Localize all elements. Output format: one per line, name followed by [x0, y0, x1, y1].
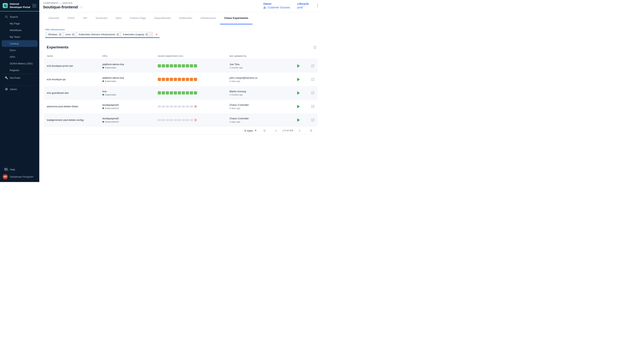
run-indicator[interactable] [162, 91, 165, 94]
remove-chip-icon[interactable]: × [145, 33, 148, 36]
tab-scorecard[interactable]: Scorecard [91, 12, 112, 24]
filter-chips-field[interactable]: Windows × Linux × Kubernetes (Harness In… [45, 32, 160, 38]
run-indicator[interactable] [182, 119, 185, 121]
remove-chip-icon[interactable]: × [72, 33, 75, 36]
sidebar-item-apis[interactable]: APIs [0, 54, 39, 60]
tab-kubernetes[interactable]: Kubernetes [175, 12, 196, 24]
harness-idp-logo[interactable] [3, 3, 8, 8]
run-indicator[interactable] [170, 91, 173, 94]
tab-api[interactable]: API [79, 12, 91, 24]
sidebar-item-dora-metrics[interactable]: DORA Metrics (SEI) [0, 60, 39, 67]
run-indicator[interactable] [194, 91, 197, 94]
run-indicator[interactable] [182, 91, 185, 94]
run-indicator[interactable] [186, 91, 189, 94]
open-in-new-icon[interactable] [311, 105, 314, 108]
run-indicator[interactable] [162, 64, 165, 68]
table-row[interactable]: e2e-boutique-prod-cart platform-demo-hce… [44, 59, 317, 72]
table-row[interactable]: e2e-guestbook-dev hce Kubernetes Martin … [44, 86, 317, 100]
open-in-new-icon[interactable] [311, 64, 314, 68]
apps-grid-icon[interactable] [33, 4, 36, 8]
next-page-icon[interactable] [298, 129, 301, 132]
run-indicator[interactable] [174, 106, 177, 108]
run-indicator[interactable] [186, 119, 189, 121]
run-indicator[interactable] [162, 119, 165, 121]
run-indicator[interactable] [190, 78, 193, 81]
run-indicator[interactable] [174, 78, 177, 81]
run-indicator[interactable] [158, 78, 161, 81]
run-indicator[interactable] [166, 78, 169, 81]
run-indicator[interactable] [178, 78, 181, 81]
run-indicator[interactable] [166, 106, 169, 108]
tab-chaos-experiments[interactable]: Chaos Experiments [220, 12, 252, 24]
run-indicator[interactable] [178, 106, 181, 108]
run-indicator[interactable] [190, 106, 193, 108]
open-in-new-icon[interactable] [311, 91, 314, 95]
run-indicator[interactable] [178, 91, 181, 94]
sidebar-item-devtools[interactable]: DevTools [0, 74, 39, 81]
sidebar-item-catalog[interactable]: Catalog [2, 40, 38, 47]
run-indicator[interactable] [190, 64, 193, 68]
table-row[interactable]: adservice-pod-delete-5lwbx boutiqueprod2… [44, 100, 317, 113]
tab-dependencies[interactable]: Dependencies [150, 12, 175, 24]
tab-docs[interactable]: Docs [111, 12, 126, 24]
sidebar-item-register[interactable]: Register [0, 67, 39, 74]
run-indicator[interactable] [166, 64, 169, 68]
open-in-new-icon[interactable] [311, 118, 314, 122]
sidebar-item-docs[interactable]: Docs [0, 47, 39, 54]
run-indicator[interactable] [174, 119, 177, 121]
run-indicator[interactable] [178, 64, 181, 68]
run-indicator[interactable] [182, 78, 185, 81]
run-indicator[interactable] [170, 119, 173, 121]
table-row[interactable]: loadgenerator-pod-delete-xw3qy boutiquep… [44, 113, 317, 127]
sidebar-item-my-page[interactable]: My Page [0, 20, 39, 27]
run-indicator[interactable] [162, 106, 165, 108]
first-page-icon[interactable] [263, 129, 267, 132]
run-indicator[interactable] [158, 106, 161, 108]
run-indicator[interactable] [186, 78, 189, 81]
run-indicator[interactable] [182, 106, 185, 108]
sidebar-item-admin[interactable]: ⚙ Admin [0, 86, 39, 92]
rows-per-page-select[interactable]: 5 rows [244, 129, 256, 132]
run-indicator[interactable] [162, 78, 165, 81]
sidebar-item-my-team[interactable]: My Team [0, 34, 39, 40]
run-indicator[interactable] [170, 78, 173, 81]
tab-overview[interactable]: Overview [44, 12, 63, 24]
open-in-new-icon[interactable] [311, 78, 314, 81]
help-button[interactable]: ? Help [0, 166, 39, 173]
run-indicator[interactable] [178, 119, 181, 121]
remove-chip-icon[interactable]: × [116, 33, 119, 36]
run-indicator[interactable] [182, 64, 185, 68]
run-experiment-button[interactable] [297, 78, 300, 81]
run-experiment-button[interactable] [297, 91, 300, 95]
favorite-star-icon[interactable]: ☆ [80, 5, 83, 9]
more-options-icon[interactable] [316, 2, 319, 8]
refresh-icon[interactable] [313, 45, 317, 49]
run-indicator[interactable] [190, 91, 193, 94]
owner-link[interactable]: Customer Success [268, 6, 290, 9]
previous-page-icon[interactable] [274, 129, 278, 132]
table-row[interactable]: e2e-boutique-qa platform-demo-hce Kubern… [44, 72, 317, 86]
run-experiment-button[interactable] [297, 118, 300, 122]
run-indicator[interactable] [190, 119, 193, 121]
user-menu[interactable]: DP Debabrata Panigrahi [0, 173, 39, 180]
run-indicator[interactable] [170, 106, 173, 108]
run-indicator[interactable] [186, 64, 189, 68]
tab-feature-flags[interactable]: Feature Flags [126, 12, 150, 24]
run-experiment-button[interactable] [297, 64, 300, 68]
run-indicator[interactable] [158, 64, 161, 68]
run-indicator[interactable] [166, 119, 169, 121]
last-page-icon[interactable] [309, 129, 313, 132]
run-indicator[interactable] [158, 91, 161, 94]
run-indicator[interactable] [174, 64, 177, 68]
run-indicator[interactable] [174, 91, 177, 94]
run-indicator[interactable] [158, 119, 161, 121]
run-indicator[interactable] [186, 106, 189, 108]
run-indicator[interactable] [166, 91, 169, 94]
run-indicator[interactable] [194, 78, 197, 81]
run-indicator[interactable] [194, 64, 197, 68]
tab-cicd[interactable]: CI/CD [63, 12, 79, 24]
sidebar-item-search[interactable]: Search [0, 14, 39, 20]
remove-chip-icon[interactable]: × [59, 33, 62, 36]
tab-infrastructure[interactable]: Infrastructure [196, 12, 220, 24]
clear-filters-icon[interactable]: ✕ [153, 32, 160, 37]
